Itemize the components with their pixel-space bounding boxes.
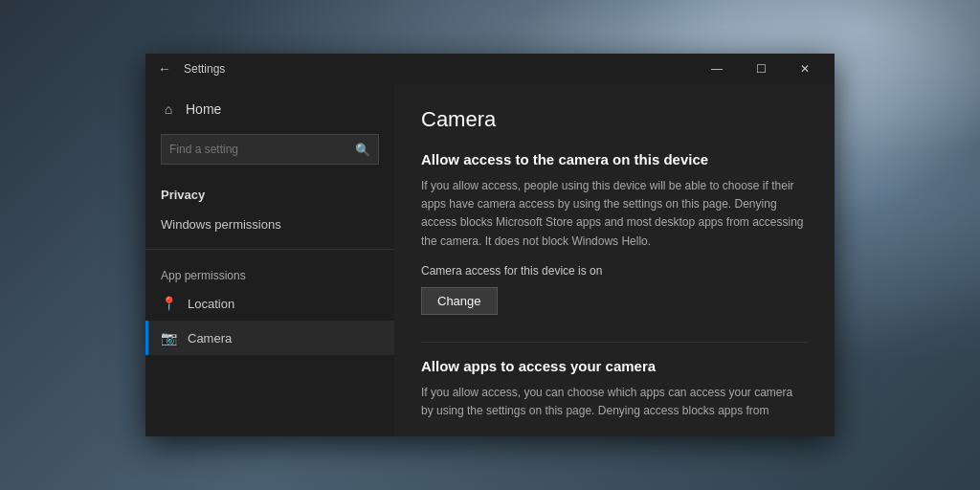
window-title: Settings	[184, 62, 695, 76]
location-icon: 📍	[161, 296, 176, 311]
sidebar-item-windows-permissions[interactable]: Windows permissions	[145, 208, 394, 241]
section2-description: If you allow access, you can choose whic…	[421, 384, 808, 420]
app-permissions-label: App permissions	[145, 257, 394, 286]
search-box[interactable]: 🔍	[161, 134, 379, 165]
sidebar-item-camera[interactable]: 📷 Camera	[145, 321, 394, 355]
sidebar-item-home[interactable]: ⌂ Home	[145, 92, 394, 126]
privacy-section-label: Privacy	[145, 172, 394, 208]
section1-description: If you allow access, people using this d…	[421, 177, 808, 251]
section2-title: Allow apps to access your camera	[421, 358, 808, 374]
windows-permissions-label: Windows permissions	[161, 217, 281, 232]
main-content: Camera Allow access to the camera on thi…	[394, 84, 835, 436]
sidebar-divider	[145, 249, 394, 250]
section-divider	[421, 342, 808, 343]
location-label: Location	[188, 297, 234, 311]
settings-window: ← Settings — ☐ ✕ ⌂ Home 🔍	[145, 54, 835, 436]
camera-status: Camera access for this device is on	[421, 264, 808, 278]
window-controls: — ☐ ✕	[695, 54, 827, 84]
sidebar-item-location[interactable]: 📍 Location	[145, 286, 394, 321]
search-input[interactable]	[169, 143, 355, 156]
close-button[interactable]: ✕	[783, 54, 827, 84]
sidebar: ⌂ Home 🔍 Privacy Windows permissions App…	[145, 84, 394, 436]
titlebar: ← Settings — ☐ ✕	[145, 54, 835, 84]
section1-title: Allow access to the camera on this devic…	[421, 151, 808, 167]
minimize-button[interactable]: —	[695, 54, 739, 84]
content-area: ⌂ Home 🔍 Privacy Windows permissions App…	[145, 84, 835, 436]
maximize-button[interactable]: ☐	[739, 54, 783, 84]
change-button[interactable]: Change	[421, 287, 498, 315]
home-icon: ⌂	[161, 101, 176, 117]
home-label: Home	[186, 101, 221, 117]
camera-label: Camera	[188, 331, 232, 345]
camera-icon: 📷	[161, 330, 176, 345]
back-button[interactable]: ←	[153, 57, 176, 80]
page-title: Camera	[421, 107, 808, 132]
search-icon: 🔍	[355, 143, 370, 157]
